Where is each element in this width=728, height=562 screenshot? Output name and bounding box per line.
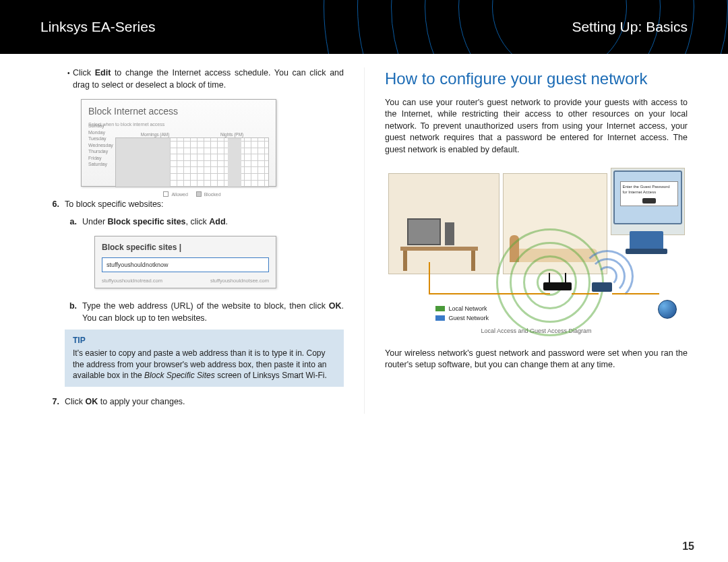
page-number: 15 [682,540,694,553]
screenshot-block-sites: Block specific sites | stuffyoushouldnot… [94,236,276,288]
right-column: How to configure your guest network You … [364,67,701,414]
router-icon [543,282,572,290]
modem-icon [592,282,612,292]
legend-local: Local Network [435,305,489,313]
ss2-title: Block specific sites | [102,242,269,253]
header-title-left: Linksys EA-Series [40,19,155,35]
page-header: Linksys EA-Series Setting Up: Basics [0,0,728,54]
left-column: • Click Edit to change the Internet acce… [27,67,364,414]
page-body: • Click Edit to change the Internet acce… [0,54,728,420]
ss1-legend: Allowed Blocked [115,190,269,197]
office-desk [400,232,478,269]
globe-icon [658,300,677,319]
ss1-title: Block Internet access [88,105,269,119]
step-6: 6. To block specific websites: [40,199,344,211]
step-6b: b. Type the web address (URL) of the web… [40,301,344,324]
section-heading: How to configure your guest network [385,67,688,90]
step-6a: a. Under Block specific sites, click Add… [40,216,344,228]
para-2: Your wireless network's guest network an… [385,348,688,371]
ss2-input: stuffyoushouldnotknow [102,257,269,273]
day-labels: Sunday Monday Tuesday Wednesday Thursday… [88,123,113,168]
guest-monitor: Enter the Guest Password for Internet Ac… [613,170,682,224]
screenshot-block-internet: Block Internet access Select when to blo… [81,99,276,187]
intro-paragraph: You can use your router's guest network … [385,97,688,156]
header-title-right: Setting Up: Basics [572,19,688,35]
network-diagram: Enter the Guest Password for Internet Ac… [388,168,685,323]
ss1-subtitle: Select when to block internet access [88,121,269,128]
tip-text: It's easier to copy and paste a web addr… [73,348,336,381]
bullet-edit-schedule: • Click Edit to change the Internet acce… [40,67,344,91]
guest-wifi-waves [577,232,658,300]
schedule-grid [115,137,269,187]
tip-label: TIP [73,335,336,346]
legend-guest: Guest Network [435,314,489,323]
step-7: 7. Click OK to apply your changes. [40,396,344,408]
tip-box: TIP It's easier to copy and paste a web … [65,330,344,387]
